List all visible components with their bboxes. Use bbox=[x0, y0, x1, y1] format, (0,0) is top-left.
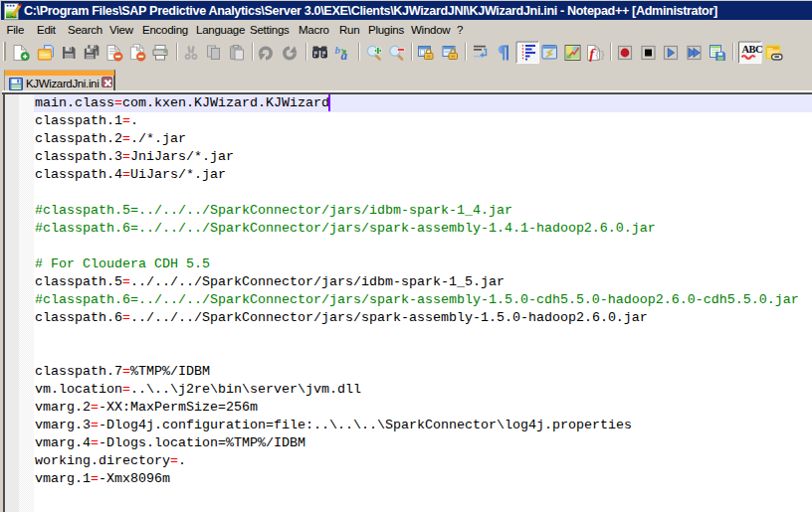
svg-text:ABC: ABC bbox=[742, 44, 763, 55]
svg-text:{}: {} bbox=[595, 51, 606, 61]
